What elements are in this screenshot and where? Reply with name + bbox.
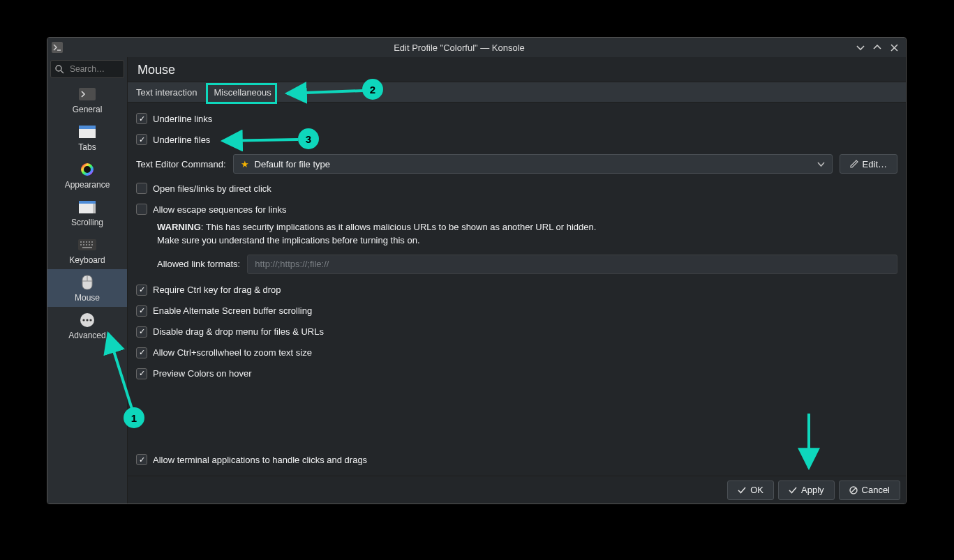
disable-dnd-menu-checkbox[interactable]	[136, 326, 147, 338]
svg-rect-10	[80, 241, 82, 243]
color-wheel-icon	[77, 162, 97, 177]
sidebar-item-label: Advanced	[68, 331, 105, 340]
sidebar-item-label: Appearance	[65, 180, 110, 190]
text-editor-label: Text Editor Command:	[136, 159, 226, 169]
sidebar-item-label: General	[73, 105, 103, 114]
cancel-icon	[849, 486, 858, 494]
preview-colors-checkbox[interactable]	[136, 368, 147, 379]
search-input[interactable]	[68, 63, 119, 75]
edit-profile-window: Edit Profile "Colorful" — Konsole	[47, 37, 907, 504]
svg-rect-15	[80, 244, 82, 245]
escape-seq-warning: WARNING: This has security implications …	[136, 220, 897, 252]
svg-rect-7	[79, 201, 96, 204]
sidebar-item-label: Mouse	[75, 293, 100, 303]
search-field[interactable]	[50, 60, 124, 78]
sidebar-item-label: Scrolling	[71, 218, 103, 227]
underline-links-checkbox[interactable]	[136, 113, 147, 124]
allow-escape-seq-checkbox[interactable]	[136, 204, 147, 215]
text-editor-value: Default for file type	[255, 159, 330, 169]
sidebar-item-keyboard[interactable]: Keyboard	[47, 232, 127, 269]
text-editor-combo[interactable]: ★ Default for file type	[233, 154, 833, 174]
cancel-button-label: Cancel	[862, 485, 890, 495]
handle-clicks-label: Allow terminal applications to handle cl…	[153, 455, 367, 465]
ok-button[interactable]: OK	[727, 480, 774, 500]
svg-point-23	[86, 319, 88, 321]
main-panel: Mouse Text interaction Miscellaneous Und…	[128, 57, 906, 504]
window-title: Edit Profile "Colorful" — Konsole	[67, 43, 851, 53]
svg-rect-17	[86, 244, 87, 245]
sidebar-item-general[interactable]: General	[47, 81, 127, 119]
require-ctrl-dnd-label: Require Ctrl key for drag & drop	[153, 285, 281, 295]
search-icon	[55, 65, 64, 74]
close-button-icon[interactable]	[886, 40, 902, 55]
dialog-footer: OK Apply Cancel	[128, 476, 906, 504]
ctrl-scroll-zoom-checkbox[interactable]	[136, 347, 147, 358]
warning-text-1: : This has security implications as it a…	[201, 222, 596, 232]
svg-rect-16	[83, 244, 84, 245]
sidebar-item-scrolling[interactable]: Scrolling	[47, 194, 127, 232]
tab-text-interaction[interactable]: Text interaction	[128, 82, 205, 102]
mouse-icon	[77, 275, 97, 290]
open-direct-click-label: Open files/links by direct click	[153, 183, 271, 194]
sidebar: General Tabs	[47, 57, 128, 504]
alt-screen-scroll-label: Enable Alternate Screen buffer scrolling	[153, 305, 312, 316]
titlebar: Edit Profile "Colorful" — Konsole	[47, 38, 906, 57]
warning-text-2: Make sure you understand the implication…	[157, 235, 420, 245]
sidebar-item-label: Keyboard	[69, 255, 105, 265]
ctrl-scroll-zoom-label: Allow Ctrl+scrollwheel to zoom text size	[153, 347, 312, 358]
minimize-button-icon[interactable]	[853, 40, 868, 55]
preview-colors-label: Preview Colors on hover	[153, 368, 252, 379]
apply-button[interactable]: Apply	[778, 480, 835, 500]
misc-content: Underline links Underline files Text Edi…	[128, 103, 906, 476]
svg-rect-8	[93, 204, 96, 213]
apply-button-label: Apply	[801, 485, 824, 495]
svg-rect-18	[89, 244, 90, 245]
konsole-app-icon	[52, 42, 63, 53]
svg-rect-14	[91, 241, 93, 243]
cancel-button[interactable]: Cancel	[839, 480, 900, 500]
allowed-formats-input[interactable]	[247, 255, 897, 274]
maximize-button-icon[interactable]	[870, 40, 885, 55]
require-ctrl-dnd-checkbox[interactable]	[136, 285, 147, 296]
svg-point-22	[82, 319, 84, 321]
allow-escape-seq-label: Allow escape sequences for links	[153, 204, 287, 215]
pencil-icon	[850, 160, 858, 168]
svg-rect-11	[83, 241, 84, 243]
page-title: Mouse	[128, 57, 906, 82]
sidebar-item-mouse[interactable]: Mouse	[47, 269, 127, 307]
svg-rect-13	[89, 241, 90, 243]
allowed-formats-label: Allowed link formats:	[157, 259, 240, 269]
svg-point-24	[89, 319, 91, 321]
check-icon	[738, 486, 746, 494]
sidebar-item-tabs[interactable]: Tabs	[47, 119, 127, 156]
warning-label: WARNING	[157, 222, 201, 232]
svg-rect-19	[91, 244, 93, 245]
star-icon: ★	[241, 159, 249, 169]
scroll-window-icon	[77, 199, 97, 215]
tab-bar: Text interaction Miscellaneous	[128, 82, 906, 103]
disable-dnd-menu-label: Disable drag & drop menu for files & URL…	[153, 326, 324, 337]
open-direct-click-checkbox[interactable]	[136, 183, 147, 194]
sidebar-item-advanced[interactable]: Advanced	[47, 307, 127, 345]
underline-links-label: Underline links	[153, 114, 212, 124]
terminal-icon	[77, 86, 97, 102]
keyboard-icon	[77, 237, 97, 252]
svg-rect-1	[79, 88, 96, 100]
alt-screen-scroll-checkbox[interactable]	[136, 305, 147, 317]
tab-label: Miscellaneous	[214, 87, 271, 98]
svg-rect-20	[82, 247, 92, 248]
svg-rect-12	[86, 241, 87, 243]
underline-files-checkbox[interactable]	[136, 134, 147, 145]
svg-rect-3	[79, 126, 96, 129]
chevron-down-icon	[817, 160, 825, 168]
ok-button-label: OK	[750, 485, 763, 495]
svg-point-0	[56, 66, 61, 71]
handle-clicks-checkbox[interactable]	[136, 454, 147, 465]
sidebar-nav: General Tabs	[47, 81, 127, 345]
edit-text-editor-button[interactable]: Edit…	[840, 154, 897, 174]
tab-miscellaneous[interactable]: Miscellaneous	[205, 82, 279, 102]
sidebar-item-label: Tabs	[78, 142, 96, 152]
ellipsis-icon	[77, 312, 97, 328]
sidebar-item-appearance[interactable]: Appearance	[47, 156, 127, 194]
edit-button-label: Edit…	[863, 159, 887, 169]
